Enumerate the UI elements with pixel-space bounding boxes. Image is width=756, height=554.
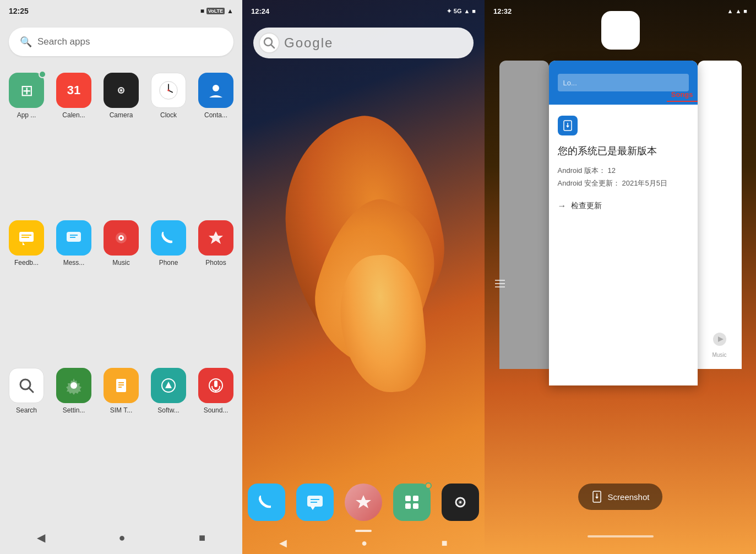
card-right[interactable]: Music (698, 61, 742, 369)
svg-rect-39 (413, 496, 418, 501)
app-item-settings[interactable]: Settin... (53, 368, 95, 510)
app-item-simt[interactable]: SIM T... (100, 368, 142, 510)
app-label-software: Softw... (157, 406, 179, 414)
app-item-messages[interactable]: Mess... (53, 220, 95, 362)
messages-dock-icon (305, 492, 325, 512)
nav-bar-3 (588, 535, 654, 537)
svg-rect-47 (495, 286, 505, 287)
wallpaper-shape (253, 44, 474, 466)
appstore-dock-badge (425, 482, 432, 489)
app-label-appstore: App ... (17, 111, 36, 119)
svg-line-32 (271, 45, 274, 48)
app-label-messages: Mess... (63, 259, 85, 267)
phone-icon (159, 229, 178, 247)
app-item-clock[interactable]: Clock (148, 73, 189, 215)
app-item-photos[interactable]: Photos (195, 220, 237, 362)
app-icon-calendar: 31 (56, 73, 91, 108)
app-label-simt: SIM T... (110, 406, 132, 414)
volte-badge-1: VoLTE (206, 8, 225, 14)
calendar-icon: 31 (67, 83, 80, 97)
phone-dock-icon (257, 492, 276, 512)
svg-marker-11 (23, 242, 25, 245)
card-right-inner: Music (698, 61, 742, 369)
music-card-icon (711, 331, 728, 347)
screenshot-label: Screenshot (608, 492, 650, 502)
songs-tab[interactable]: Songs (667, 88, 698, 102)
list-icon (493, 277, 507, 290)
app-item-contacts[interactable]: Conta... (195, 73, 237, 215)
dock-appstore[interactable] (393, 484, 431, 521)
battery-icon-2: ■ (472, 8, 476, 14)
nav-bar-2: ◀ ● ■ (242, 532, 485, 554)
check-update-row[interactable]: → 检查更新 (558, 201, 689, 211)
time-1: 12:25 (9, 7, 29, 15)
app-icon-feedback (9, 220, 44, 256)
dock-phone[interactable] (248, 484, 285, 521)
svg-rect-46 (495, 283, 505, 284)
signal-5g: 5G (454, 8, 462, 14)
app-label-phone: Phone (159, 259, 178, 267)
svg-marker-18 (209, 231, 223, 244)
panel-recents: 12:32 ▲ ▲ ■ Lo... Songs (485, 0, 756, 554)
recents-button-1[interactable]: ■ (193, 526, 211, 550)
android-version-label: Android 版本： (558, 166, 606, 175)
magnifier-icon (263, 37, 275, 49)
panel-home-screen: 12:24 ✦ 5G ▲ ■ Google (242, 0, 485, 554)
app-label-search: Search (16, 406, 37, 414)
signal-icon-1: ▲ (227, 7, 233, 15)
app-label-sound: Sound... (204, 406, 229, 414)
status-icons-2: ✦ 5G ▲ ■ (447, 8, 476, 15)
app-item-appstore[interactable]: ⊞ App ... (6, 73, 47, 215)
home-button-2[interactable]: ● (361, 537, 367, 549)
app-icon-messages (56, 220, 91, 256)
recents-button-2[interactable]: ■ (442, 537, 448, 549)
system-update-body: 您的系统已是最新版本 Android 版本： 12 Android 安全更新： … (549, 105, 698, 222)
sound-icon (206, 376, 225, 395)
app-item-sound[interactable]: Sound... (195, 368, 237, 510)
photos-dock-icon (353, 492, 373, 512)
home-button-1[interactable]: ● (113, 526, 130, 550)
dock-camera[interactable] (442, 484, 479, 521)
app-icon-contacts (198, 73, 233, 108)
app-item-search[interactable]: Search (6, 368, 47, 510)
svg-rect-40 (405, 503, 411, 509)
google-search-bar[interactable]: Google (253, 28, 474, 58)
status-bar-2: 12:24 ✦ 5G ▲ ■ (242, 0, 485, 22)
app-icon-search (9, 368, 44, 403)
update-title: 您的系统已是最新版本 (558, 144, 689, 157)
app-item-software[interactable]: Softw... (148, 368, 189, 510)
software-icon (159, 376, 178, 395)
signal-bars: ▲ (464, 8, 470, 14)
app-icon-phone (151, 220, 186, 256)
card-left[interactable] (499, 61, 549, 369)
appstore-badge (39, 70, 46, 78)
app-item-phone[interactable]: Phone (148, 220, 189, 362)
recents-list-icon[interactable] (493, 277, 507, 293)
music-card-label: Music (712, 352, 726, 358)
app-item-camera[interactable]: Camera (100, 73, 142, 215)
app-item-feedback[interactable]: Feedb... (6, 220, 47, 362)
camera-icon (112, 82, 130, 99)
back-button-1[interactable]: ◀ (31, 525, 51, 550)
time-2: 12:24 (251, 7, 269, 15)
time-3: 12:32 (493, 7, 512, 15)
app-icon-music (104, 220, 139, 256)
status-bar-1: 12:25 ■ VoLTE ▲ (0, 0, 242, 22)
app-label-calendar: Calen... (62, 111, 85, 119)
card-system-update[interactable]: Lo... Songs 您的系统已是最新版本 Android 版本： 12 An… (549, 61, 698, 385)
dock-photos[interactable] (345, 484, 382, 521)
status-icons-3: ▲ ▲ ■ (727, 8, 747, 14)
search-bar[interactable]: 🔍 Search apps (9, 28, 233, 56)
app-item-calendar[interactable]: 31 Calen... (53, 73, 95, 215)
app-icon-software (151, 368, 186, 403)
dock-messages[interactable] (296, 484, 334, 521)
app-item-music[interactable]: Music (100, 220, 142, 362)
svg-rect-45 (495, 280, 505, 281)
screenshot-button[interactable]: Screenshot (578, 484, 663, 510)
app-icon-clock (151, 73, 186, 108)
wifi-icon: ▲ (727, 8, 733, 14)
update-phone-icon (558, 116, 578, 135)
settings-icon (64, 376, 83, 395)
back-button-2[interactable]: ◀ (279, 537, 287, 549)
svg-line-20 (29, 388, 33, 392)
